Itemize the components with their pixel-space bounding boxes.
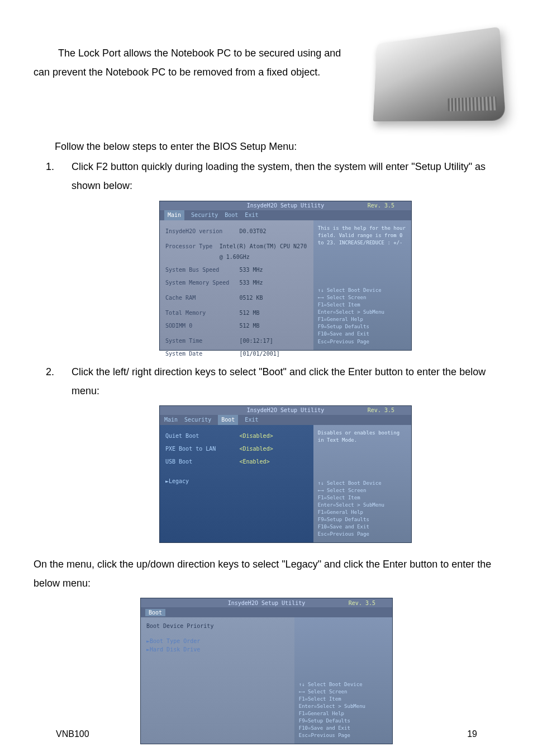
row2-lbl: System Bus Speed [165,264,239,275]
step-2: Click the left/ right direction keys to … [34,362,499,542]
bios-revision2: Rev. 3.5 [368,405,394,415]
bios-body3: Boot Device Priority ►Boot Type Order ►H… [141,617,392,744]
bios-left-panel3: Boot Device Priority ►Boot Type Order ►H… [141,617,294,744]
b2r0-lbl: Quiet Boot [165,431,239,441]
intro-section: The Lock Port allows the Notebook PC to … [34,28,499,120]
step-1-text: Click F2 button quickly during loading t… [72,161,486,191]
footer-model: VNB100 [56,729,89,739]
row7-val: [00:12:17] [239,336,273,346]
b2r2-lbl: USB Boot [165,456,239,467]
tab-security2: Security [184,414,211,425]
help-text-bottom: ↑↓ Select Boot Device ←→ Select Screen F… [318,287,407,345]
tab-boot3: Boot [145,609,165,616]
bios-body: InsydeH2O versionD0.03T02 Processor Type… [160,220,411,350]
bios-title2: InsydeH2O Setup Utility [247,405,324,415]
on-menu-paragraph: On the menu, click the up/down direction… [34,555,499,593]
tab-boot2: Boot [218,414,238,426]
tab-main: Main [164,209,184,221]
b2r0-val: <Disabled> [239,431,273,441]
row6-val: 512 MB [239,320,259,331]
row5-lbl: Total Memory [165,308,239,318]
bios-title3: InsydeH2O Setup Utility [228,600,305,606]
row4-val: 0512 KB [239,292,263,303]
help-text-bottom2: ↑↓ Select Boot Device ←→ Select Screen F… [318,480,407,538]
row0-lbl: InsydeH2O version [165,226,239,237]
bios-left-panel2: Quiet Boot<Disabled> PXE Boot to LAN<Dis… [160,425,313,542]
tab-main2: Main [164,414,178,425]
bios-revision: Rev. 3.5 [368,200,394,211]
bios-screenshot-main: InsydeH2O Setup Utility Rev. 3.5 Main Se… [160,201,411,350]
bios-right-panel: This is the help for the hour field. Val… [313,220,411,350]
bios-revision3: Rev. 3.5 [349,600,375,606]
tab-security: Security [191,210,218,220]
row8-val: [01/01/2001] [239,348,279,359]
footer-page-number: 19 [467,729,477,739]
row3-val: 533 MHz [239,277,263,288]
intro-paragraph: The Lock Port allows the Notebook PC to … [34,28,354,120]
bios-right-panel2: Disables or enables booting in Text Mode… [313,425,411,542]
laptop-photo [373,27,506,121]
bios-title-bar: InsydeH2O Setup Utility Rev. 3.5 [160,201,411,210]
b2r3-lbl: ►Legacy [165,476,239,486]
b3r0-lbl: ►Boot Type Order [146,638,220,644]
bios-tabs3: Boot [141,607,392,617]
bios-body2: Quiet Boot<Disabled> PXE Boot to LAN<Dis… [160,425,411,542]
help-text-top: This is the help for the hour field. Val… [318,225,407,247]
row8-lbl: System Date [165,348,239,359]
b2r1-lbl: PXE Boot to LAN [165,443,239,454]
bios-title-bar2: InsydeH2O Setup Utility Rev. 3.5 [160,406,411,415]
row5-val: 512 MB [239,308,259,318]
tab-exit2: Exit [245,414,258,425]
bios-tabs: Main Security Boot Exit [160,210,411,220]
b2r2-val: <Enabled> [239,456,269,467]
b2r1-val: <Disabled> [239,443,273,454]
tab-exit: Exit [245,210,258,220]
page-footer: VNB100 19 [56,729,477,739]
steps-list: Click F2 button quickly during loading t… [34,157,499,542]
row1-val: Intel(R) Atom(TM) CPU N270 @ 1.60GHz [220,241,308,262]
follow-steps-line: Follow the below steps to enter the BIOS… [55,137,499,156]
tab-boot: Boot [225,210,238,220]
bios-title: InsydeH2O Setup Utility [247,200,324,211]
row0-val: D0.03T02 [239,226,266,237]
step-2-text: Click the left/ right direction keys to … [72,366,486,396]
row1-lbl: Processor Type [165,241,220,262]
row2-val: 533 MHz [239,264,263,275]
bios-screenshot-boot: InsydeH2O Setup Utility Rev. 3.5 Main Se… [160,406,411,542]
b3r1-lbl: ►Hard Disk Drive [146,646,220,653]
row7-lbl: System Time [165,336,239,346]
help-text-top2: Disables or enables booting in Text Mode… [318,429,407,444]
bios-right-panel3: ↑↓ Select Boot Device ←→ Select Screen F… [294,617,392,744]
b3-title: Boot Device Priority [146,623,220,629]
bios-left-panel: InsydeH2O versionD0.03T02 Processor Type… [160,220,313,350]
row4-lbl: Cache RAM [165,292,239,303]
bios-tabs2: Main Security Boot Exit [160,415,411,425]
row6-lbl: SODIMM 0 [165,320,239,331]
step-1: Click F2 button quickly during loading t… [34,157,499,349]
bios-title-bar3: InsydeH2O Setup Utility Rev. 3.5 [141,598,392,607]
bios-screenshot-legacy: InsydeH2O Setup Utility Rev. 3.5 Boot Bo… [141,598,392,744]
row3-lbl: System Memory Speed [165,277,239,288]
